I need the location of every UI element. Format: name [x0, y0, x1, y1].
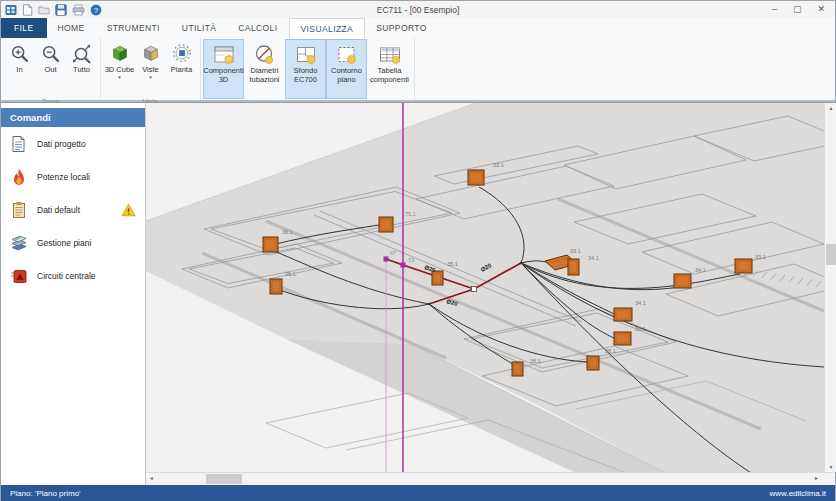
- svg-text:34.1: 34.1: [635, 300, 646, 306]
- warning-icon: [121, 203, 136, 217]
- diametri-tubazioni-toggle[interactable]: Diametri tubazioni: [244, 39, 285, 99]
- tabella-componenti-icon: [378, 42, 402, 67]
- svg-text:33.1: 33.1: [493, 162, 504, 168]
- svg-text:?: ?: [94, 5, 99, 14]
- sidebar-footer-spacer: [1, 472, 146, 485]
- svg-text:67: 67: [390, 250, 396, 256]
- flame-icon: [10, 168, 28, 186]
- vertical-scrollbar[interactable]: ▲ ▼: [824, 103, 836, 472]
- contorno-piano-icon: [335, 42, 359, 67]
- zoom-out-icon: [40, 41, 62, 66]
- svg-text:35.1: 35.1: [447, 261, 458, 267]
- boiler-icon: [10, 267, 28, 285]
- document-icon: [10, 135, 28, 153]
- scroll-down-icon[interactable]: ▼: [825, 464, 836, 470]
- componenti-3d-icon: [212, 42, 236, 67]
- scrollbar-corner: [822, 472, 835, 485]
- svg-text:33.1: 33.1: [755, 254, 766, 260]
- zoom-in-icon: [9, 41, 31, 66]
- open-file-icon[interactable]: [38, 4, 50, 16]
- tabella-componenti-toggle[interactable]: Tabella componenti: [367, 39, 412, 99]
- contorno-piano-toggle[interactable]: Contorno piano: [326, 39, 367, 99]
- pianta-icon: [171, 41, 193, 66]
- tab-utilita[interactable]: UTILITÀ: [171, 18, 227, 38]
- tab-calcoli[interactable]: CALCOLI: [227, 18, 288, 38]
- svg-text:34.1: 34.1: [588, 255, 599, 261]
- maximize-button[interactable]: ▢: [793, 1, 802, 18]
- status-bar: Piano: 'Piano primo' www.edilclima.it: [1, 485, 835, 501]
- sidebar-item-potenze-locali[interactable]: Potenze locali: [1, 160, 145, 193]
- print-icon[interactable]: [72, 4, 85, 16]
- sfondo-ec700-icon: [294, 42, 318, 67]
- ribbon-group-toggles: Componenti 3D Diametri tubazioni Sfondo …: [201, 38, 415, 100]
- svg-text:36.1: 36.1: [282, 229, 293, 235]
- zoom-out-button[interactable]: Out: [35, 39, 66, 97]
- vertical-scroll-thumb[interactable]: [826, 244, 836, 265]
- ribbon-group-zoom: In Out Tutto Zoom: [1, 38, 101, 100]
- status-website-link[interactable]: www.edilclima.it: [770, 489, 826, 498]
- sidebar-header: Comandi: [1, 108, 145, 127]
- cube-3d-button[interactable]: 3D Cube ▾: [104, 39, 135, 97]
- dropdown-arrow-icon: ▾: [149, 75, 152, 79]
- save-icon[interactable]: [55, 4, 67, 16]
- app-window: ? EC711 - [00 Esempio] – ▢ ✕ FILE HOME S…: [0, 0, 836, 501]
- ribbon: In Out Tutto Zoom: [1, 38, 835, 102]
- scroll-left-icon[interactable]: ◄: [149, 475, 154, 481]
- layers-icon: [10, 234, 28, 252]
- title-bar: ? EC711 - [00 Esempio] – ▢ ✕: [1, 1, 835, 18]
- ribbon-tabs: FILE HOME STRUMENTI UTILITÀ CALCOLI VISU…: [1, 18, 835, 38]
- tab-home[interactable]: HOME: [47, 18, 96, 38]
- tab-visualizza[interactable]: VISUALIZZA: [289, 18, 366, 38]
- scroll-right-icon[interactable]: ►: [814, 475, 819, 481]
- componenti-3d-toggle[interactable]: Componenti 3D: [203, 39, 244, 99]
- sidebar-comandi: Comandi Dati progetto Potenze locali Dat…: [1, 103, 146, 472]
- help-icon[interactable]: ?: [90, 4, 102, 16]
- ribbon-group-viste: 3D Cube ▾ Viste ▾ Pianta Viste: [101, 38, 201, 100]
- sidebar-item-dati-progetto[interactable]: Dati progetto: [1, 127, 145, 160]
- dropdown-arrow-icon: ▾: [118, 75, 121, 79]
- quick-access-toolbar: ?: [1, 4, 102, 16]
- pianta-button[interactable]: Pianta: [166, 39, 197, 97]
- pipe-node[interactable]: [472, 287, 477, 292]
- zoom-all-icon: [71, 41, 93, 66]
- pipe-junction[interactable]: [428, 303, 431, 306]
- svg-text:35.1: 35.1: [285, 271, 296, 277]
- drawing-canvas[interactable]: 33.1 36.1 35.1 35.1 33.1 34.1 34.1 33.1 …: [146, 103, 824, 473]
- zoom-in-button[interactable]: In: [4, 39, 35, 97]
- app-icon: [5, 4, 17, 16]
- riser-node[interactable]: [401, 263, 406, 268]
- viste-cube-icon: [140, 41, 162, 66]
- cube-3d-icon: [109, 41, 131, 66]
- zoom-all-button[interactable]: Tutto: [66, 39, 97, 97]
- horizontal-scrollbar[interactable]: ◄ ►: [146, 472, 822, 485]
- pipe-junction[interactable]: [520, 262, 523, 265]
- sidebar-item-dati-default[interactable]: Dati default: [1, 193, 145, 226]
- svg-text:33.1: 33.1: [570, 248, 581, 254]
- svg-text:38.1: 38.1: [605, 348, 616, 354]
- riser-node[interactable]: [384, 257, 389, 262]
- viste-button[interactable]: Viste ▾: [135, 39, 166, 97]
- svg-text:75.1: 75.1: [405, 211, 416, 217]
- status-floor-label: Piano: 'Piano primo': [10, 489, 81, 498]
- close-button[interactable]: ✕: [817, 1, 825, 18]
- svg-text:38.1: 38.1: [530, 358, 541, 364]
- tab-file[interactable]: FILE: [1, 18, 47, 38]
- sidebar-item-gestione-piani[interactable]: Gestione piani: [1, 226, 145, 259]
- clipboard-icon: [10, 201, 28, 219]
- svg-text:34.1: 34.1: [695, 267, 706, 273]
- tab-supporto[interactable]: SUPPORTO: [365, 18, 438, 38]
- sidebar-item-circuiti-centrale[interactable]: Circuiti centrale: [1, 259, 145, 292]
- sfondo-ec700-toggle[interactable]: Sfondo EC700: [285, 39, 326, 99]
- horizontal-scroll-thumb[interactable]: [206, 474, 242, 484]
- tab-strumenti[interactable]: STRUMENTI: [96, 18, 171, 38]
- svg-text:73: 73: [408, 257, 414, 263]
- diametri-tubazioni-icon: [253, 42, 277, 67]
- minimize-button[interactable]: –: [772, 1, 777, 18]
- svg-text:36.1: 36.1: [635, 326, 646, 332]
- window-title: EC711 - [00 Esempio]: [1, 5, 835, 15]
- scroll-up-icon[interactable]: ▲: [825, 105, 836, 111]
- new-file-icon[interactable]: [22, 4, 33, 16]
